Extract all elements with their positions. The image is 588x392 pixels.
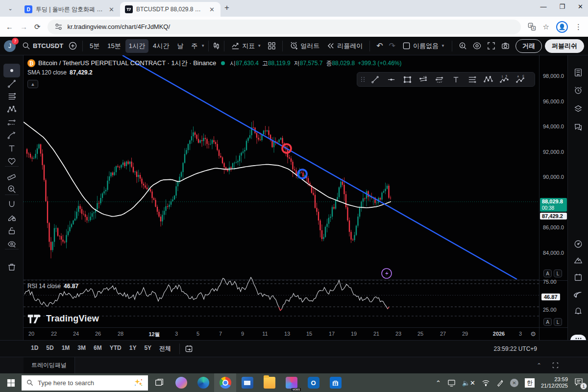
sma-legend[interactable]: SMA 120 close 87,429.2 bbox=[27, 69, 93, 76]
remove-drawings-tool[interactable] bbox=[3, 260, 20, 274]
symbol-search-button[interactable]: BTCUSDT bbox=[19, 39, 67, 53]
rectangle-favorite-tool[interactable] bbox=[399, 73, 416, 86]
chart-area[interactable]: ₿ Bitcoin / TetherUS PERPETUAL CONTRACT … bbox=[24, 55, 539, 340]
quick-search-icon[interactable] bbox=[459, 42, 467, 50]
floating-drawing-toolbar[interactable]: 15 AC bbox=[357, 72, 535, 87]
zoom-in-tool[interactable] bbox=[3, 182, 20, 196]
timezone-gear-icon[interactable]: ⚙ bbox=[530, 330, 536, 338]
parallel-channel-favorite-tool[interactable] bbox=[416, 73, 432, 86]
add-symbol-icon[interactable] bbox=[69, 42, 77, 50]
window-minimize-button[interactable]: — bbox=[540, 3, 546, 10]
tab-close-icon[interactable]: ✕ bbox=[108, 6, 115, 13]
new-tab-button[interactable]: + bbox=[224, 3, 229, 13]
timeframe-chevron-icon[interactable]: ▼ bbox=[201, 44, 205, 48]
trade-button[interactable]: 거래 bbox=[515, 39, 542, 53]
stay-in-drawing-mode-tool[interactable] bbox=[3, 211, 20, 224]
lock-all-drawings-tool[interactable] bbox=[3, 224, 20, 238]
settings-gear-icon[interactable] bbox=[473, 42, 481, 50]
back-icon[interactable]: ← bbox=[6, 23, 13, 31]
browser-tab-tradingview[interactable]: BTCUSDT.P 88,029.8 ▼ -0.33% ✕ bbox=[120, 2, 220, 17]
xabcd-pattern-favorite-tool[interactable] bbox=[480, 73, 496, 86]
forward-icon[interactable]: → bbox=[20, 23, 27, 31]
fib-retracement-tool[interactable] bbox=[3, 90, 20, 103]
elliott-wave-favorite-tool[interactable]: 15 bbox=[496, 73, 513, 86]
alert-button[interactable]: 얼러트 bbox=[286, 39, 323, 53]
teams-tray-icon[interactable] bbox=[447, 379, 456, 387]
time-axis[interactable]: ⚙ 202224262812월3579111315171921232527292… bbox=[24, 327, 539, 340]
taskbar-clock[interactable]: 23:59 21/12/2025 bbox=[541, 376, 568, 389]
timeframe-button-날[interactable]: 날 bbox=[173, 39, 187, 53]
window-close-button[interactable]: ✕ bbox=[578, 3, 583, 10]
tab-search-chevron-icon[interactable]: ⌄ bbox=[4, 2, 17, 15]
redo-icon[interactable]: ↷ bbox=[386, 41, 398, 50]
browser-profile-avatar[interactable]: 👤 bbox=[556, 21, 568, 33]
pane-collapse-button[interactable]: ▲ bbox=[27, 80, 38, 88]
address-bar[interactable]: kr.tradingview.com/chart/4FrJdMKQ/ bbox=[48, 20, 521, 34]
bookmark-star-icon[interactable]: ☆ bbox=[543, 23, 549, 31]
replay-button[interactable]: 리플레이 bbox=[323, 39, 366, 53]
panel-expand-chevron-icon[interactable]: ⌃ bbox=[537, 362, 541, 369]
user-avatar[interactable]: J 7 bbox=[4, 40, 16, 52]
file-explorer-icon[interactable] bbox=[258, 373, 280, 392]
chrome-app-icon[interactable] bbox=[214, 373, 236, 392]
auto-scale-button[interactable]: A bbox=[543, 318, 552, 326]
chat-icon[interactable] bbox=[572, 121, 585, 133]
timeframe-button-4시간[interactable]: 4시간 bbox=[149, 39, 172, 53]
rsi-legend[interactable]: RSI 14 close 46.87 bbox=[27, 283, 78, 290]
timeframe-button-15분[interactable]: 15분 bbox=[104, 39, 124, 53]
text-favorite-tool[interactable] bbox=[448, 73, 464, 86]
timeframe-button-1시간[interactable]: 1시간 bbox=[125, 39, 148, 53]
trading-panel-tab[interactable]: 트레이딩패널 bbox=[24, 357, 75, 373]
range-button-1M[interactable]: 1M bbox=[58, 343, 74, 355]
layout-name-button[interactable]: 이름없음 ▼ bbox=[399, 39, 448, 53]
range-button-3M[interactable]: 3M bbox=[74, 343, 89, 355]
range-button-YTD[interactable]: YTD bbox=[106, 343, 125, 355]
text-tool[interactable] bbox=[3, 142, 20, 155]
m365-app-icon[interactable]: M365 bbox=[280, 373, 302, 392]
layout-grid-icon[interactable] bbox=[268, 42, 276, 50]
pattern-tool[interactable] bbox=[3, 102, 20, 116]
watchlist-icon[interactable] bbox=[572, 66, 585, 79]
reload-icon[interactable]: ⟳ bbox=[34, 23, 41, 31]
auto-scale-button[interactable]: A bbox=[543, 270, 552, 277]
news-signal-icon[interactable] bbox=[572, 288, 585, 300]
notifications-bell-icon[interactable] bbox=[572, 304, 585, 317]
store-app-icon[interactable] bbox=[324, 373, 346, 392]
ideas-icon[interactable] bbox=[572, 254, 585, 267]
tab-close-icon[interactable]: ✕ bbox=[208, 6, 216, 13]
screenshot-camera-icon[interactable] bbox=[501, 42, 510, 50]
indicators-button[interactable]: 지표 ▼ bbox=[228, 39, 265, 53]
magnet-tool[interactable] bbox=[3, 197, 20, 211]
trend-line-tool[interactable] bbox=[3, 77, 20, 91]
prediction-tool[interactable] bbox=[3, 116, 20, 129]
fullscreen-icon[interactable] bbox=[487, 42, 495, 50]
site-settings-icon[interactable] bbox=[54, 23, 63, 31]
range-button-1Y[interactable]: 1Y bbox=[126, 343, 140, 355]
tray-expand-chevron-icon[interactable]: ⌃ bbox=[436, 379, 441, 387]
disjoint-channel-favorite-tool[interactable] bbox=[432, 73, 448, 86]
outlook-app-icon[interactable]: O bbox=[302, 373, 324, 392]
panel-maximize-icon[interactable] bbox=[552, 362, 559, 368]
status-x-icon[interactable]: ✕ bbox=[510, 379, 518, 387]
pen-tray-icon[interactable] bbox=[496, 379, 504, 387]
ime-indicator[interactable]: 한 bbox=[525, 378, 535, 388]
wifi-icon[interactable] bbox=[482, 379, 490, 386]
timeframe-button-주[interactable]: 주 bbox=[188, 39, 201, 53]
horizontal-line-favorite-tool[interactable] bbox=[383, 73, 399, 86]
range-button-6M[interactable]: 6M bbox=[90, 343, 105, 355]
chart-style-icon[interactable] bbox=[212, 42, 220, 50]
mail-app-icon[interactable] bbox=[236, 373, 258, 392]
trend-line-favorite-tool[interactable] bbox=[367, 73, 383, 86]
alerts-icon[interactable] bbox=[572, 84, 585, 97]
browser-menu-icon[interactable]: ⋮ bbox=[575, 23, 582, 31]
calendar-icon[interactable] bbox=[572, 271, 585, 284]
scanner-icon[interactable] bbox=[572, 238, 585, 250]
brush-tool[interactable] bbox=[3, 128, 20, 142]
measure-ruler-tool[interactable] bbox=[3, 169, 20, 183]
browser-tab-tooding[interactable]: D 투딩 | 올바른 암호화폐 투자의 ✕ bbox=[20, 2, 120, 17]
start-button[interactable] bbox=[0, 373, 22, 392]
server-clock[interactable]: 23:59:22 UTC+9 bbox=[494, 345, 537, 352]
volume-muted-icon[interactable]: 🔈✕ bbox=[462, 379, 475, 387]
publish-button[interactable]: 퍼블리쉬 bbox=[545, 39, 584, 53]
range-button-5Y[interactable]: 5Y bbox=[141, 343, 155, 355]
